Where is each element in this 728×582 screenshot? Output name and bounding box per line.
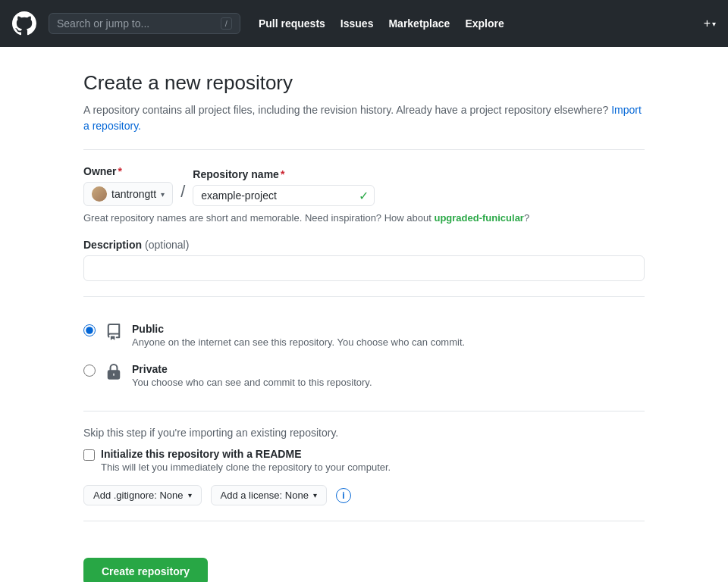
required-star-owner: *	[118, 165, 122, 177]
repo-name-hint: Great repository names are short and mem…	[83, 212, 645, 224]
plus-icon: +	[704, 17, 711, 30]
nav-explore[interactable]: Explore	[465, 17, 504, 30]
description-group: Description(optional)	[83, 239, 645, 281]
license-chevron-icon: ▾	[313, 491, 317, 499]
search-bar[interactable]: /	[49, 13, 240, 34]
suggestion-link[interactable]: upgraded-funicular	[434, 212, 523, 224]
owner-repo-row: Owner* tantrongtt ▾ / Repository name* ✓	[83, 165, 645, 206]
private-option: Private You choose who can see and commi…	[83, 355, 645, 396]
readme-checkbox[interactable]	[83, 449, 95, 461]
gitignore-dropdown[interactable]: Add .gitignore: None ▾	[83, 485, 202, 505]
main-content: Create a new repository A repository con…	[68, 47, 660, 582]
description-label: Description(optional)	[83, 239, 645, 251]
description-input[interactable]	[83, 255, 645, 281]
private-desc: You choose who can see and commit to thi…	[132, 377, 372, 388]
public-radio[interactable]	[83, 324, 96, 336]
nav-marketplace[interactable]: Marketplace	[388, 17, 450, 30]
book-icon	[105, 324, 123, 345]
nav-pull-requests[interactable]: Pull requests	[259, 17, 325, 30]
search-input[interactable]	[57, 17, 215, 30]
nav-links: Pull requests Issues Marketplace Explore	[259, 17, 504, 30]
divider-mid	[83, 296, 645, 297]
info-icon[interactable]: i	[336, 488, 351, 503]
owner-dropdown-icon: ▾	[161, 190, 165, 199]
public-option: Public Anyone on the internet can see th…	[83, 315, 645, 355]
page-subtitle: A repository contains all project files,…	[83, 102, 645, 134]
slash-separator: /	[180, 182, 185, 206]
gitignore-chevron-icon: ▾	[188, 491, 192, 499]
gitignore-label: Add .gitignore: None	[93, 490, 184, 501]
repo-name-label: Repository name*	[193, 168, 375, 180]
private-radio[interactable]	[83, 365, 96, 377]
public-text: Public Anyone on the internet can see th…	[132, 323, 465, 348]
readme-label: Initialize this repository with a README	[101, 448, 391, 460]
owner-select[interactable]: tantrongtt ▾	[83, 182, 173, 206]
license-dropdown[interactable]: Add a license: None ▾	[211, 485, 327, 505]
search-kbd: /	[221, 17, 232, 30]
dropdowns-row: Add .gitignore: None ▾ Add a license: No…	[83, 485, 645, 505]
init-note: Skip this step if you're importing an ex…	[83, 427, 645, 439]
init-section: Skip this step if you're importing an ex…	[83, 427, 645, 505]
visibility-section: Public Anyone on the internet can see th…	[83, 315, 645, 396]
divider-bottom	[83, 521, 645, 521]
lock-icon	[105, 364, 123, 385]
github-logo[interactable]	[12, 11, 36, 36]
readme-sublabel: This will let you immediately clone the …	[101, 462, 391, 473]
readme-label-group: Initialize this repository with a README…	[101, 448, 391, 473]
navbar: / Pull requests Issues Marketplace Explo…	[0, 0, 728, 47]
repo-name-wrap: ✓	[193, 185, 375, 206]
repo-name-group: Repository name* ✓	[193, 168, 375, 206]
private-text: Private You choose who can see and commi…	[132, 363, 372, 388]
public-desc: Anyone on the internet can see this repo…	[132, 336, 465, 348]
required-star-repo: *	[281, 168, 284, 180]
create-repository-button[interactable]: Create repository	[83, 558, 208, 582]
valid-check-icon: ✓	[359, 189, 369, 203]
public-title: Public	[132, 323, 465, 335]
new-menu-button[interactable]: + ▾	[704, 17, 716, 30]
license-label: Add a license: None	[221, 490, 309, 501]
optional-label: (optional)	[145, 239, 189, 251]
nav-issues[interactable]: Issues	[340, 17, 374, 30]
page-title: Create a new repository	[83, 71, 645, 95]
owner-name: tantrongtt	[111, 188, 156, 200]
owner-avatar	[92, 186, 107, 202]
chevron-down-icon: ▾	[712, 20, 716, 28]
readme-checkbox-row: Initialize this repository with a README…	[83, 448, 645, 473]
divider-top	[83, 149, 645, 150]
divider-init	[83, 411, 645, 411]
owner-group: Owner* tantrongtt ▾	[83, 165, 173, 206]
repo-name-input[interactable]	[193, 185, 375, 206]
private-title: Private	[132, 363, 372, 375]
owner-label: Owner*	[83, 165, 173, 177]
